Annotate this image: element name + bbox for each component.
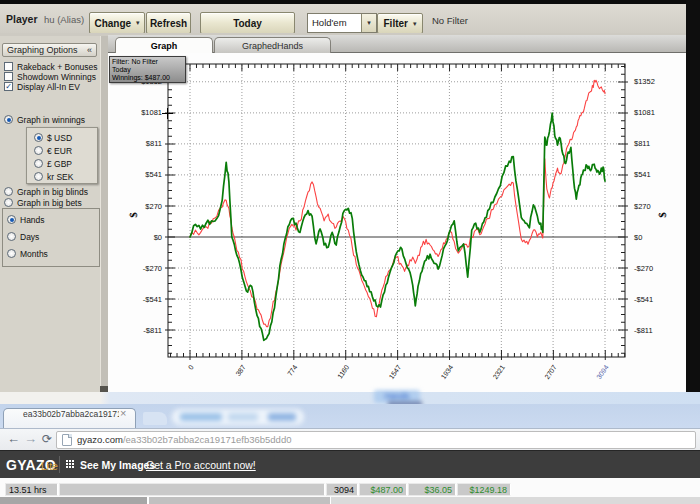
browser-tab-title: ea33b02b7abba2ca19171e: [23, 409, 119, 419]
checkbox-display-all-in-ev[interactable]: ✓Display All-In EV: [4, 81, 80, 92]
new-tab-button[interactable]: [143, 412, 167, 425]
screenshot-root: { "toolbar": { "player_label": "Player",…: [0, 0, 700, 504]
svg-text:774: 774: [286, 363, 298, 377]
tab-close-icon[interactable]: ×: [120, 407, 126, 419]
chevron-down-icon: ▾: [413, 20, 417, 28]
gyazo-lite-label: Lite: [41, 460, 58, 472]
radio-graph-in-big-blinds[interactable]: Graph in big blinds: [4, 186, 88, 197]
game-type-select[interactable]: Hold'em ▾: [307, 13, 377, 33]
checkbox-icon[interactable]: ✓: [4, 72, 13, 81]
svg-text:387: 387: [234, 363, 246, 377]
radio-x-unit-months[interactable]: Months: [7, 248, 48, 259]
reload-icon[interactable]: ⟳: [42, 432, 52, 446]
option-label: $ USD: [47, 133, 72, 143]
svg-text:$1081: $1081: [141, 108, 162, 117]
radio-icon[interactable]: [4, 198, 13, 207]
svg-text:1547: 1547: [388, 363, 403, 380]
svg-text:$270: $270: [634, 202, 651, 211]
svg-text:-$811: -$811: [634, 326, 653, 335]
option-label: Display All-In EV: [17, 82, 80, 92]
tab-graph[interactable]: Graph: [115, 37, 213, 53]
hem-toolbar: Player hu (Alias) Change ▾ Refresh Today…: [0, 4, 686, 34]
bottom-partial-row: [331, 497, 700, 504]
tooltip-winnings-line: Winnings: $487.00: [112, 74, 183, 82]
window-right-edge: [686, 0, 700, 394]
address-bar[interactable]: gyazo.com/ea33b02b7abba2ca19171efb36b5dd…: [56, 431, 696, 449]
option-label: Hands: [20, 215, 45, 225]
svg-text:$541: $541: [145, 170, 162, 179]
window-bottom-strip: Hands: [0, 392, 700, 404]
radio-currency-eur[interactable]: € EUR: [34, 145, 72, 156]
radio-currency-usd[interactable]: $ USD: [34, 132, 72, 143]
forward-icon[interactable]: →: [24, 431, 37, 446]
browser-toolbar: ← → ⟳ gyazo.com/ea33b02b7abba2ca19171efb…: [0, 428, 700, 451]
tab-graphed-hands[interactable]: GraphedHands: [214, 37, 331, 53]
radio-icon[interactable]: [4, 187, 13, 196]
see-my-images-link[interactable]: See My Images: [80, 459, 155, 471]
svg-text:1934: 1934: [440, 363, 455, 380]
winnings-line-chart[interactable]: -$811-$811-$541-$541-$270-$270$0$0$270$2…: [108, 53, 686, 392]
radio-graph-in-big-bets[interactable]: Graph in big bets: [4, 197, 82, 208]
grid-icon: [66, 460, 68, 462]
svg-text:$: $: [656, 212, 668, 218]
filter-status-text: No Filter: [432, 15, 468, 26]
svg-text:3094: 3094: [595, 363, 610, 380]
bottom-partial-row: [149, 497, 330, 504]
radio-currency-sek[interactable]: kr SEK: [34, 171, 73, 182]
radio-icon[interactable]: [34, 146, 43, 155]
checkbox-icon[interactable]: ✓: [4, 62, 13, 71]
hands-count-cell: 3094: [326, 483, 358, 496]
svg-text:$: $: [127, 212, 139, 218]
today-button[interactable]: Today: [200, 12, 295, 34]
radio-icon[interactable]: [4, 115, 13, 124]
graphing-options-header[interactable]: Graphing Options «: [2, 43, 97, 57]
tooltip-date-line: Today: [112, 66, 183, 74]
option-label: Graph in winnings: [17, 115, 85, 125]
svg-text:$0: $0: [634, 233, 642, 242]
divider: [59, 456, 60, 473]
svg-text:$270: $270: [145, 202, 162, 211]
back-icon[interactable]: ←: [7, 431, 20, 446]
chart-tooltip: Filter: No Filter Today Winnings: $487.0…: [109, 56, 186, 83]
currency-panel: $ USD€ EUR£ GBPkr SEK: [26, 127, 98, 184]
change-button[interactable]: Change ▾: [89, 12, 145, 34]
url-text: gyazo.com/ea33b02b7abba2ca19171efb36b5dd…: [77, 434, 291, 445]
radio-icon[interactable]: [34, 172, 43, 181]
blurred-tab-content: [172, 409, 304, 425]
option-label: kr SEK: [47, 172, 73, 182]
option-label: Days: [20, 232, 39, 242]
collapse-chevron-icon[interactable]: «: [87, 45, 92, 55]
winnings-chart-panel[interactable]: -$811-$811-$541-$541-$270-$270$0$0$270$2…: [108, 53, 686, 392]
radio-x-unit-days[interactable]: Days: [7, 231, 39, 242]
refresh-button[interactable]: Refresh: [146, 12, 191, 34]
svg-text:-$270: -$270: [634, 264, 653, 273]
radio-icon[interactable]: [7, 215, 16, 224]
svg-text:$541: $541: [634, 170, 651, 179]
gyazo-header-bar: GYAZO Lite See My Images Get a Pro accou…: [0, 450, 700, 479]
radio-icon[interactable]: [7, 232, 16, 241]
svg-text:2707: 2707: [543, 363, 558, 380]
chevron-down-icon[interactable]: ▾: [361, 14, 376, 32]
radio-x-unit-hands[interactable]: Hands: [7, 214, 45, 225]
get-pro-account-link[interactable]: Get a Pro account now!: [146, 459, 256, 471]
bottom-partial-row: [0, 497, 147, 504]
radio-icon[interactable]: [34, 159, 43, 168]
radio-graph-in-winnings[interactable]: Graph in winnings: [4, 114, 85, 125]
winnings-cell: $487.00: [359, 483, 407, 496]
hem-tabrow: Graph GraphedHands: [108, 35, 686, 53]
gyazo-favicon-icon: [7, 408, 19, 420]
radio-currency-gbp[interactable]: £ GBP: [34, 158, 72, 169]
session-time-cell: 13.51 hrs: [5, 483, 58, 496]
option-label: £ GBP: [47, 159, 72, 169]
svg-text:1160: 1160: [336, 363, 350, 379]
ev-winnings-cell: $1249.18: [457, 483, 511, 496]
filter-button[interactable]: Filter ▾: [377, 13, 423, 34]
svg-text:-$270: -$270: [143, 264, 162, 273]
crosshair-cursor-icon: [162, 108, 173, 119]
option-label: Months: [20, 249, 48, 259]
svg-text:$1352: $1352: [634, 77, 655, 86]
radio-icon[interactable]: [34, 133, 43, 142]
radio-icon[interactable]: [7, 249, 16, 258]
checkbox-icon[interactable]: ✓: [4, 82, 13, 91]
player-name: hu (Alias): [44, 14, 84, 25]
